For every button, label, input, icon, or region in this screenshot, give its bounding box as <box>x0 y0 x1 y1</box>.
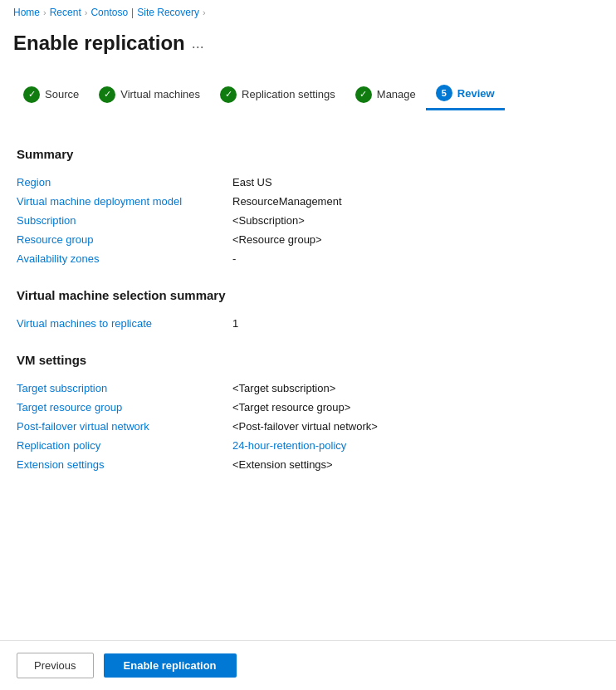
vms-to-replicate-value: 1 <box>232 317 238 330</box>
availability-zones-label: Availability zones <box>17 252 232 265</box>
summary-title: Summary <box>17 147 599 161</box>
step-review-label: Review <box>457 87 495 100</box>
vm-settings-section: VM settings Target subscription <Target … <box>17 353 599 474</box>
target-resource-group-label: Target resource group <box>17 401 232 414</box>
step-manage-label: Manage <box>377 88 416 100</box>
vm-selection-table: Virtual machines to replicate 1 <box>17 314 599 333</box>
steps-navigation: ✓ Source ✓ Virtual machines ✓ Replicatio… <box>0 68 616 120</box>
vm-selection-title: Virtual machine selection summary <box>17 288 599 302</box>
target-resource-group-value: <Target resource group> <box>232 401 350 414</box>
table-row: Virtual machines to replicate 1 <box>17 314 599 333</box>
extension-settings-label: Extension settings <box>17 458 232 471</box>
breadcrumb-sep-3: › <box>203 7 206 17</box>
step-manage[interactable]: ✓ Manage <box>345 80 426 110</box>
table-row: Post-failover virtual network <Post-fail… <box>17 417 599 436</box>
step-manage-check-icon: ✓ <box>355 86 372 103</box>
step-source-check-icon: ✓ <box>23 86 40 103</box>
step-repl-label: Replication settings <box>242 88 335 100</box>
table-row: Subscription <Subscription> <box>17 211 599 230</box>
breadcrumb-site-recovery[interactable]: Site Recovery <box>137 7 199 18</box>
breadcrumb-contoso[interactable]: Contoso <box>90 7 128 18</box>
region-label: Region <box>17 176 232 188</box>
table-row: Extension settings <Extension settings> <box>17 455 599 474</box>
target-subscription-label: Target subscription <box>17 382 232 394</box>
deployment-model-label: Virtual machine deployment model <box>17 195 232 208</box>
page-title: Enable replication <box>13 32 185 55</box>
vm-selection-section: Virtual machine selection summary Virtua… <box>17 288 599 333</box>
target-subscription-value: <Target subscription> <box>232 382 335 394</box>
deployment-model-value: ResourceManagement <box>232 195 342 208</box>
table-row: Target resource group <Target resource g… <box>17 398 599 417</box>
summary-section: Summary Region East US Virtual machine d… <box>17 147 599 268</box>
subscription-label: Subscription <box>17 214 232 227</box>
step-replication-settings[interactable]: ✓ Replication settings <box>210 80 345 110</box>
page-options-button[interactable]: ... <box>192 35 204 52</box>
table-row: Target subscription <Target subscription… <box>17 379 599 398</box>
breadcrumb: Home › Recent › Contoso | Site Recovery … <box>0 0 616 25</box>
vm-settings-table: Target subscription <Target subscription… <box>17 379 599 474</box>
replication-policy-label: Replication policy <box>17 439 232 452</box>
main-content: Summary Region East US Virtual machine d… <box>0 127 616 507</box>
previous-button[interactable]: Previous <box>17 653 94 678</box>
resource-group-label: Resource group <box>17 233 232 246</box>
table-row: Availability zones - <box>17 249 599 268</box>
vm-settings-title: VM settings <box>17 353 599 367</box>
table-row: Replication policy 24-hour-retention-pol… <box>17 436 599 455</box>
table-row: Region East US <box>17 173 599 192</box>
step-review[interactable]: 5 Review <box>426 78 505 110</box>
step-source-label: Source <box>45 88 79 100</box>
summary-table: Region East US Virtual machine deploymen… <box>17 173 599 268</box>
enable-replication-button[interactable]: Enable replication <box>104 653 237 678</box>
vms-to-replicate-label: Virtual machines to replicate <box>17 317 232 330</box>
step-virtual-machines[interactable]: ✓ Virtual machines <box>89 80 210 110</box>
step-review-badge: 5 <box>436 85 452 101</box>
page-header: Enable replication ... <box>0 25 616 68</box>
step-source[interactable]: ✓ Source <box>13 80 89 110</box>
breadcrumb-sep-2: › <box>85 7 88 17</box>
post-failover-network-label: Post-failover virtual network <box>17 420 232 433</box>
table-row: Virtual machine deployment model Resourc… <box>17 192 599 211</box>
step-vms-check-icon: ✓ <box>99 86 115 103</box>
footer: Previous Enable replication <box>0 640 616 690</box>
breadcrumb-recent[interactable]: Recent <box>50 7 81 18</box>
extension-settings-value: <Extension settings> <box>232 458 333 471</box>
replication-policy-value[interactable]: 24-hour-retention-policy <box>232 439 346 452</box>
table-row: Resource group <Resource group> <box>17 230 599 249</box>
breadcrumb-home[interactable]: Home <box>13 7 40 18</box>
breadcrumb-sep-1: › <box>43 7 46 17</box>
availability-zones-value: - <box>232 252 236 265</box>
region-value: East US <box>232 176 272 188</box>
step-repl-check-icon: ✓ <box>220 86 237 103</box>
step-vms-label: Virtual machines <box>120 88 200 100</box>
subscription-value: <Subscription> <box>232 214 305 227</box>
resource-group-value: <Resource group> <box>232 233 322 246</box>
post-failover-network-value: <Post-failover virtual network> <box>232 420 378 433</box>
